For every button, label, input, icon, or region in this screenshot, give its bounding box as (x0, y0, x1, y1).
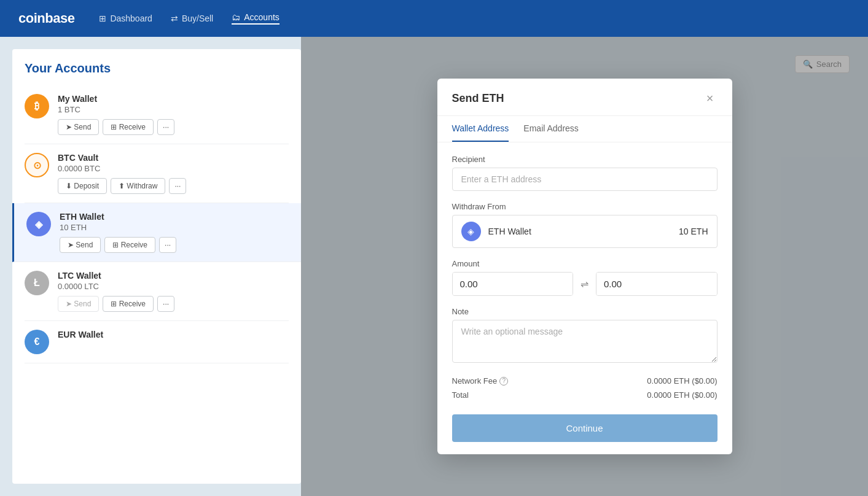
recipient-group: Recipient (452, 155, 717, 191)
sidebar-panel: Your Accounts ₿ My Wallet 1 BTC ➤ Send ⊞… (12, 49, 301, 484)
account-info-eth-wallet: ETH Wallet 10 ETH ➤ Send ⊞ Receive ··· (60, 212, 289, 253)
account-info-eur-wallet: EUR Wallet (58, 330, 289, 341)
eth-amount-input[interactable] (596, 273, 717, 295)
eur-icon: € (25, 330, 49, 354)
account-item-ltc-wallet: Ł LTC Wallet 0.0000 LTC ➤ Send ⊞ Receive… (25, 262, 289, 321)
network-fee-value: 0.0000 ETH ($0.00) (647, 376, 717, 386)
usd-amount-field: USD (452, 272, 574, 296)
account-balance: 10 ETH (60, 223, 289, 232)
buysell-icon: ⇄ (171, 14, 178, 23)
account-item-eur-wallet: € EUR Wallet (25, 321, 289, 363)
withdraw-name: ETH Wallet (488, 227, 672, 236)
nav-links: ⊞ Dashboard ⇄ Buy/Sell 🗂 Accounts (99, 12, 279, 25)
tab-wallet-address[interactable]: Wallet Address (452, 116, 509, 142)
network-fee-row: Network Fee ? 0.0000 ETH ($0.00) (452, 376, 717, 386)
eth-amount-field: ETH (596, 272, 717, 296)
logo: coinbase (18, 10, 74, 26)
account-balance: 0.0000 LTC (58, 282, 289, 291)
top-nav: coinbase ⊞ Dashboard ⇄ Buy/Sell 🗂 Accoun… (0, 0, 868, 37)
account-item-btc-vault: ⊙ BTC Vault 0.0000 BTC ⬇ Deposit ⬆ Withd… (25, 144, 289, 203)
network-fee-label: Network Fee ? (452, 376, 509, 386)
total-label: Total (452, 390, 469, 400)
modal-tabs: Wallet Address Email Address (437, 116, 732, 142)
recipient-label: Recipient (452, 155, 717, 164)
withdraw-from-group: Withdraw From ◈ ETH Wallet 10 ETH (452, 202, 717, 248)
account-name: LTC Wallet (58, 271, 289, 281)
right-content: 🔍 Search Send ETH × Wallet Address Email… (301, 37, 868, 496)
receive-button-my-wallet[interactable]: ⊞ Receive (103, 119, 154, 135)
modal-title: Send ETH (452, 92, 504, 105)
withdraw-from-box[interactable]: ◈ ETH Wallet 10 ETH (452, 215, 717, 248)
account-actions: ➤ Send ⊞ Receive ··· (60, 237, 289, 253)
account-item-eth-wallet: ◈ ETH Wallet 10 ETH ➤ Send ⊞ Receive ··· (12, 203, 301, 262)
accounts-icon: 🗂 (232, 12, 240, 22)
modal-body: Recipient Withdraw From ◈ ETH Wallet 10 … (437, 142, 732, 454)
more-button-eth[interactable]: ··· (159, 237, 176, 253)
account-name: BTC Vault (58, 153, 289, 163)
account-actions: ➤ Send ⊞ Receive ··· (58, 296, 289, 312)
amount-row: USD ⇌ ETH (452, 272, 717, 296)
note-group: Note (452, 307, 717, 365)
withdraw-from-label: Withdraw From (452, 202, 717, 211)
account-actions: ➤ Send ⊞ Receive ··· (58, 119, 289, 135)
nav-accounts[interactable]: 🗂 Accounts (232, 12, 280, 25)
withdraw-button[interactable]: ⬆ Withdraw (111, 178, 165, 194)
recipient-input[interactable] (452, 168, 717, 191)
send-button-my-wallet[interactable]: ➤ Send (58, 119, 99, 135)
account-info-my-wallet: My Wallet 1 BTC ➤ Send ⊞ Receive ··· (58, 94, 289, 135)
note-label: Note (452, 307, 717, 316)
account-name: EUR Wallet (58, 330, 289, 339)
main-content: Your Accounts ₿ My Wallet 1 BTC ➤ Send ⊞… (0, 37, 868, 496)
ltc-icon: Ł (25, 271, 49, 295)
deposit-button[interactable]: ⬇ Deposit (58, 178, 107, 194)
amount-label: Amount (452, 259, 717, 268)
nav-buysell[interactable]: ⇄ Buy/Sell (171, 14, 213, 23)
account-actions: ⬇ Deposit ⬆ Withdraw ··· (58, 178, 289, 194)
network-fee-help-icon[interactable]: ? (499, 377, 508, 386)
receive-button-ltc[interactable]: ⊞ Receive (103, 296, 154, 312)
total-row: Total 0.0000 ETH ($0.00) (452, 390, 717, 400)
account-info-ltc-wallet: LTC Wallet 0.0000 LTC ➤ Send ⊞ Receive ·… (58, 271, 289, 312)
withdraw-eth-icon: ◈ (461, 222, 481, 241)
tab-email-address[interactable]: Email Address (523, 116, 578, 142)
more-button-btc-vault[interactable]: ··· (169, 178, 186, 194)
amount-group: Amount USD ⇌ ETH (452, 259, 717, 296)
nav-dashboard[interactable]: ⊞ Dashboard (99, 14, 152, 23)
more-button-ltc[interactable]: ··· (157, 296, 174, 312)
send-button-ltc: ➤ Send (58, 296, 99, 312)
your-accounts-title: Your Accounts (25, 61, 289, 76)
swap-currency-icon[interactable]: ⇌ (578, 276, 591, 292)
send-eth-modal: Send ETH × Wallet Address Email Address … (437, 79, 732, 454)
note-textarea[interactable] (452, 320, 717, 363)
modal-overlay: Send ETH × Wallet Address Email Address … (301, 37, 868, 496)
send-button-eth[interactable]: ➤ Send (60, 237, 101, 253)
btc-icon: ₿ (25, 94, 49, 118)
account-item-my-wallet: ₿ My Wallet 1 BTC ➤ Send ⊞ Receive ··· (25, 85, 289, 144)
receive-button-eth[interactable]: ⊞ Receive (104, 237, 155, 253)
usd-amount-input[interactable] (453, 273, 574, 295)
account-name: My Wallet (58, 94, 289, 104)
withdraw-balance: 10 ETH (679, 227, 708, 236)
close-modal-button[interactable]: × (703, 91, 717, 106)
modal-header: Send ETH × (437, 79, 732, 116)
account-balance: 0.0000 BTC (58, 164, 289, 173)
account-balance: 1 BTC (58, 105, 289, 114)
account-info-btc-vault: BTC Vault 0.0000 BTC ⬇ Deposit ⬆ Withdra… (58, 153, 289, 194)
account-name: ETH Wallet (60, 212, 289, 222)
continue-button[interactable]: Continue (452, 414, 717, 442)
more-button-my-wallet[interactable]: ··· (157, 119, 174, 135)
btc-vault-icon: ⊙ (25, 153, 49, 177)
eth-icon: ◈ (26, 212, 51, 236)
dashboard-icon: ⊞ (99, 14, 106, 23)
total-value: 0.0000 ETH ($0.00) (647, 390, 717, 400)
